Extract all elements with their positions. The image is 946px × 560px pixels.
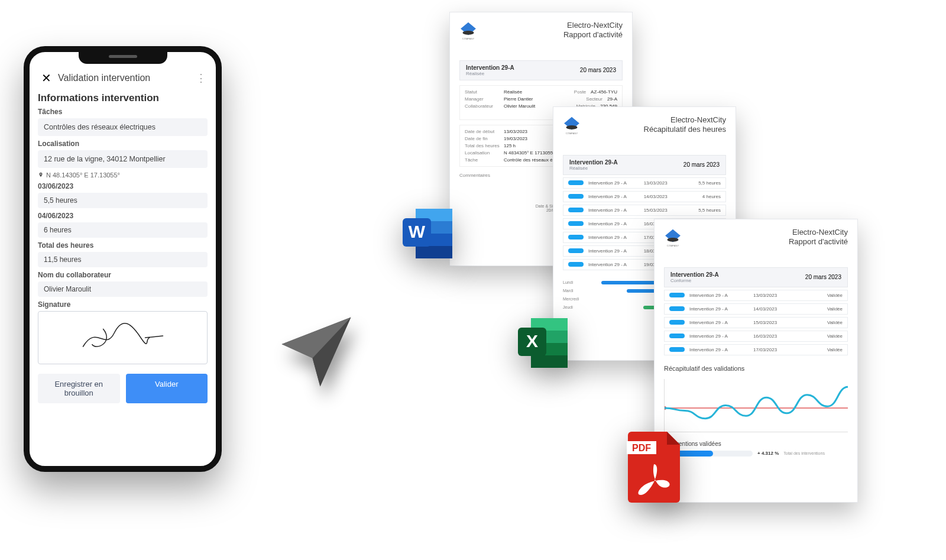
field-total: 11,5 heures: [38, 252, 208, 267]
doc1-intervention: Intervention 29-A: [466, 64, 514, 71]
kv-pair: CollaborateurOlivier Maroulit: [465, 103, 535, 109]
label-collab: Nom du collaborateur: [38, 271, 208, 279]
doc3-intervention: Intervention 29-A: [670, 271, 719, 278]
doc1-company: Electro-NextCity: [567, 21, 623, 30]
validation-row: Intervention 29 - A15/03/2023Validée: [664, 317, 848, 328]
label-signature: Signature: [38, 300, 208, 309]
save-draft-button[interactable]: Enregistrer en brouillon: [38, 374, 120, 403]
doc3-progress-label: Interventions validées: [664, 441, 848, 447]
field-hours1[interactable]: 5,5 heures: [38, 193, 208, 208]
hours-row: Intervention 29 - A15/03/20235,5 heures: [563, 205, 726, 216]
hours-row: Intervention 29 - A13/03/20235,5 heures: [563, 177, 726, 189]
svg-text:PDF: PDF: [632, 443, 651, 453]
pin-icon: [38, 172, 44, 178]
kv-pair: Poste AZ-456-TYU: [556, 89, 617, 95]
coords-row: N 48.14305° E 17.13055°: [38, 171, 208, 179]
doc2-title: Récapitulatif des heures: [644, 125, 726, 134]
doc2-date: 20 mars 2023: [683, 161, 720, 168]
doc3-status: Conforme: [670, 278, 719, 283]
doc3-chart: [664, 379, 848, 432]
svg-point-10: [667, 238, 678, 242]
doc3-progress: + 4.312 % Total des interventions: [664, 451, 848, 457]
doc1-title: Rapport d'activité: [563, 30, 623, 39]
company-logo-icon: COMPANY: [458, 21, 478, 41]
doc3-chart-title: Récapitulatif des validations: [664, 365, 848, 372]
doc3-progress-cap: Total des interventions: [783, 451, 825, 455]
validation-row: Intervention 29 - A17/03/2023Validée: [664, 344, 848, 355]
label-date1: 03/06/2023: [38, 182, 208, 190]
close-icon[interactable]: ✕: [39, 71, 53, 85]
kv-pair: Secteur 29-A: [556, 96, 617, 102]
validation-row: Intervention 29 - A13/03/2023Validée: [664, 290, 848, 301]
screen-title: Validation intervention: [58, 73, 191, 83]
word-file-icon: W: [399, 204, 458, 263]
label-total: Total des heures: [38, 241, 208, 250]
doc2-intervention: Intervention 29-A: [569, 159, 618, 166]
field-adresse[interactable]: 12 rue de la vigne, 34012 Montpellier: [38, 150, 208, 168]
svg-rect-25: [531, 355, 568, 368]
send-icon: [278, 313, 355, 390]
doc2-company: Electro-NextCity: [670, 115, 726, 124]
signature-pad[interactable]: [38, 311, 208, 364]
section-heading: Informations intervention: [38, 92, 208, 104]
label-localisation: Localisation: [38, 140, 208, 148]
phone-mockup: ✕ Validation intervention ⋮ Informations…: [24, 46, 222, 472]
svg-point-4: [462, 31, 474, 35]
doc3-title: Rapport d'activité: [789, 237, 848, 246]
label-taches: Tâches: [38, 108, 208, 116]
more-icon[interactable]: ⋮: [196, 72, 206, 85]
phone-screen: ✕ Validation intervention ⋮ Informations…: [30, 52, 216, 466]
coords-value: N 48.14305° E 17.13055°: [46, 171, 120, 179]
svg-text:COMPANY: COMPANY: [566, 132, 578, 135]
doc1-date: 20 mars 2023: [580, 67, 616, 73]
field-collab[interactable]: Olivier Maroulit: [38, 281, 208, 297]
excel-file-icon: X: [514, 313, 574, 373]
report-doc-3: COMPANY Electro-NextCityRapport d'activi…: [654, 219, 858, 503]
svg-text:COMPANY: COMPANY: [462, 37, 475, 40]
validation-row: Intervention 29 - A16/03/2023Validée: [664, 331, 848, 342]
label-date2: 04/06/2023: [38, 212, 208, 220]
svg-text:X: X: [526, 331, 538, 351]
validate-button[interactable]: Valider: [126, 374, 208, 403]
doc3-rows: Intervention 29 - A13/03/2023ValidéeInte…: [664, 290, 848, 355]
svg-point-7: [566, 125, 577, 130]
doc3-company: Electro-NextCity: [792, 228, 848, 237]
doc3-progress-pct: + 4.312 %: [757, 451, 779, 456]
validation-row: Intervention 29 - A14/03/2023Validée: [664, 303, 848, 315]
doc2-status: Réalisée: [569, 166, 618, 171]
kv-pair: ManagerPierre Dantier: [465, 96, 535, 102]
signature-glyph: [79, 317, 167, 358]
pdf-file-icon: PDF: [627, 432, 683, 503]
svg-text:W: W: [409, 222, 426, 241]
svg-rect-18: [416, 246, 452, 258]
field-hours2[interactable]: 6 heures: [38, 222, 208, 238]
doc3-date: 20 mars 2023: [805, 274, 841, 280]
doc1-status: Réalisée: [466, 71, 514, 76]
kv-pair: StatutRéalisée: [465, 89, 535, 95]
company-logo-icon: COMPANY: [562, 115, 582, 135]
svg-text:COMPANY: COMPANY: [667, 244, 679, 247]
hours-row: Intervention 29 - A14/03/20234 heures: [563, 191, 726, 202]
company-logo-icon: COMPANY: [663, 228, 683, 248]
field-taches[interactable]: Contrôles des réseaux électriques: [38, 118, 208, 136]
